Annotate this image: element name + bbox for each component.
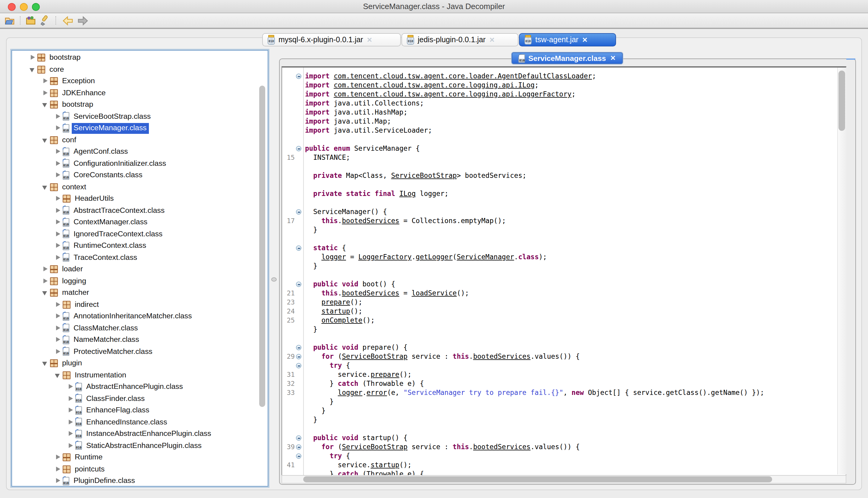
tree-row-EnhanceFlag.class[interactable]: 010EnhanceFlag.class <box>12 405 268 416</box>
expand-arrow-icon[interactable] <box>55 149 61 155</box>
expand-arrow-icon[interactable] <box>55 466 61 472</box>
fold-collapse-icon[interactable] <box>296 454 302 459</box>
expand-arrow-icon[interactable] <box>42 266 48 273</box>
tree-row-CoreConstants.class[interactable]: 010CoreConstants.class <box>12 169 268 181</box>
tree-row-plugin[interactable]: plugin <box>12 357 268 369</box>
tree-row-ClassFinder.class[interactable]: 010ClassFinder.class <box>12 393 268 405</box>
expand-arrow-icon[interactable] <box>55 314 61 319</box>
expand-arrow-icon[interactable] <box>67 431 74 437</box>
code-link[interactable]: logger <box>321 253 346 261</box>
collapse-arrow-icon[interactable] <box>42 290 48 296</box>
expand-arrow-icon[interactable] <box>55 196 61 202</box>
editor-vscrollbar-thumb[interactable] <box>838 70 845 131</box>
code-link[interactable]: bootedServices <box>473 353 531 361</box>
code-link[interactable]: loadService <box>412 289 457 297</box>
expand-arrow-icon[interactable] <box>55 172 61 179</box>
jar-tab-tsw-agent.jar[interactable]: 010tsw-agent.jar✕ <box>519 33 616 47</box>
code-link[interactable]: bootedServices <box>342 289 399 297</box>
tree-row-IgnoredTraceContext.class[interactable]: 010IgnoredTraceContext.class <box>12 228 268 240</box>
split-divider-handle[interactable] <box>271 277 277 281</box>
paintbrush-icon[interactable] <box>40 15 51 27</box>
tree-row-EnhancedInstance.class[interactable]: 010EnhancedInstance.class <box>12 416 268 428</box>
tree-row-context[interactable]: context <box>12 181 268 193</box>
tree-row-logging[interactable]: logging <box>12 275 268 287</box>
tree-row-AnnotationInheritanceMatcher.class[interactable]: 010AnnotationInheritanceMatcher.class <box>12 311 268 322</box>
tree-row-conf[interactable]: conf <box>12 134 268 146</box>
tree-row-indirect[interactable]: indirect <box>12 299 268 311</box>
expand-arrow-icon[interactable] <box>67 419 74 425</box>
expand-arrow-icon[interactable] <box>55 161 61 167</box>
tree-row-Instrumentation[interactable]: Instrumentation <box>12 369 268 381</box>
code-link[interactable]: error <box>366 389 387 397</box>
fold-collapse-icon[interactable] <box>296 146 302 151</box>
code-link[interactable]: bootedServices <box>473 443 531 451</box>
fold-collapse-icon[interactable] <box>296 345 302 350</box>
fold-collapse-icon[interactable] <box>296 444 302 450</box>
code-link[interactable]: startup <box>371 461 399 469</box>
collapse-arrow-icon[interactable] <box>42 184 48 190</box>
tree-row-pointcuts[interactable]: pointcuts <box>12 463 268 475</box>
code-link[interactable]: ServiceManager <box>457 253 514 261</box>
code-link[interactable]: com.tencent.cloud.tsw.agent.core.loader.… <box>334 73 592 80</box>
collapse-arrow-icon[interactable] <box>42 361 48 367</box>
tree-row-JDKEnhance[interactable]: JDKEnhance <box>12 87 268 99</box>
code-link[interactable]: LoggerFactory <box>358 253 412 261</box>
expand-arrow-icon[interactable] <box>55 114 61 120</box>
editor-hscrollbar-thumb[interactable] <box>303 476 772 482</box>
tree-row-AbstractEnhancePlugin.class[interactable]: 010AbstractEnhancePlugin.class <box>12 381 268 393</box>
editor-tab-close-icon[interactable]: ✕ <box>610 54 616 62</box>
expand-arrow-icon[interactable] <box>67 443 74 449</box>
expand-arrow-icon[interactable] <box>67 408 74 414</box>
code-link[interactable]: com.tencent.cloud.tsw.agent.core.logging… <box>334 90 572 98</box>
jar-tab-jedis-plugin-0.0.1.jar[interactable]: 010jedis-plugin-0.0.1.jar✕ <box>401 33 518 47</box>
tree-scrollbar-thumb[interactable] <box>259 86 265 407</box>
fold-collapse-icon[interactable] <box>296 363 302 368</box>
tree-row-ServiceBootStrap.class[interactable]: 010ServiceBootStrap.class <box>12 110 268 122</box>
collapse-arrow-icon[interactable] <box>55 372 61 378</box>
collapse-arrow-icon[interactable] <box>29 67 36 73</box>
jar-tab-close-icon[interactable]: ✕ <box>367 36 372 44</box>
tree-row-ConfigurationInitializer.class[interactable]: 010ConfigurationInitializer.class <box>12 158 268 169</box>
code-link[interactable]: getLogger <box>416 253 452 261</box>
fold-collapse-icon[interactable] <box>296 74 302 79</box>
expand-arrow-icon[interactable] <box>55 255 61 261</box>
tree-row-AbstractTraceContext.class[interactable]: 010AbstractTraceContext.class <box>12 205 268 217</box>
code-link[interactable]: onComplete <box>321 316 362 324</box>
tree-row-TraceContext.class[interactable]: 010TraceContext.class <box>12 252 268 263</box>
expand-arrow-icon[interactable] <box>67 396 74 402</box>
tree-row-StaticAbstractEnhancePlugin.class[interactable]: 010StaticAbstractEnhancePlugin.class <box>12 440 268 451</box>
tree-row-PluginDefine.class[interactable]: 010PluginDefine.class <box>12 475 268 487</box>
expand-arrow-icon[interactable] <box>55 337 61 343</box>
fold-collapse-icon[interactable] <box>296 245 302 251</box>
code-link[interactable]: prepare <box>371 371 399 379</box>
editor-tab-servicemanager[interactable]: 010 ServiceManager.class ✕ <box>511 52 623 65</box>
expand-arrow-icon[interactable] <box>55 220 61 225</box>
collapse-arrow-icon[interactable] <box>42 137 48 143</box>
expand-arrow-icon[interactable] <box>42 90 48 96</box>
code-link[interactable]: ServiceBootStrap <box>391 172 457 180</box>
expand-arrow-icon[interactable] <box>42 78 48 84</box>
tree-row-Exception[interactable]: Exception <box>12 75 268 87</box>
forward-icon[interactable] <box>77 15 89 27</box>
tree-row-NameMatcher.class[interactable]: 010NameMatcher.class <box>12 334 268 346</box>
expand-arrow-icon[interactable] <box>42 278 48 284</box>
code-link[interactable]: logger <box>338 389 363 397</box>
tree-row-matcher[interactable]: matcher <box>12 287 268 299</box>
tree-row-ClassMatcher.class[interactable]: 010ClassMatcher.class <box>12 322 268 334</box>
expand-arrow-icon[interactable] <box>55 126 61 131</box>
tree-row-HeaderUtils[interactable]: HeaderUtils <box>12 193 268 205</box>
tree-row-bootstrap[interactable]: bootstrap <box>12 52 268 64</box>
expand-arrow-icon[interactable] <box>29 55 36 61</box>
code-link[interactable]: ServiceBootStrap <box>342 443 408 451</box>
open-file-icon[interactable] <box>4 15 16 27</box>
fold-collapse-icon[interactable] <box>296 354 302 359</box>
expand-arrow-icon[interactable] <box>55 208 61 214</box>
expand-arrow-icon[interactable] <box>55 243 61 249</box>
back-icon[interactable] <box>62 15 74 27</box>
jar-tab-mysql-6.x-plugin-0.0.1.jar[interactable]: 010mysql-6.x-plugin-0.0.1.jar✕ <box>262 33 401 47</box>
tree-row-core[interactable]: core <box>12 64 268 75</box>
code-link[interactable]: ServiceBootStrap <box>342 353 408 361</box>
expand-arrow-icon[interactable] <box>55 455 61 461</box>
tree-row-ServiceManager.class[interactable]: 010ServiceManager.class <box>12 122 268 134</box>
tree-row-AgentConf.class[interactable]: 010AgentConf.class <box>12 146 268 158</box>
